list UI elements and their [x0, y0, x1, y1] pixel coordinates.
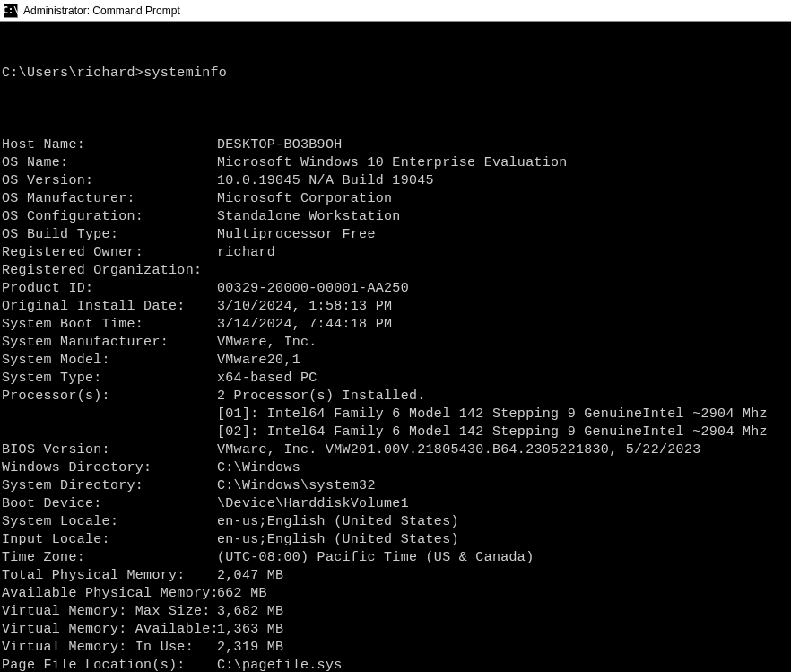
row-value: 662 MB [217, 586, 267, 601]
output-row: Virtual Memory: Available:1,363 MB [2, 621, 789, 639]
row-value: 2,319 MB [217, 640, 283, 655]
row-label: Total Physical Memory: [2, 567, 217, 585]
output-row: OS Configuration:Standalone Workstation [2, 208, 789, 226]
output-row: System Manufacturer:VMware, Inc. [2, 334, 789, 352]
output-row: Input Locale:en-us;English (United State… [2, 531, 789, 549]
output-row: Time Zone:(UTC-08:00) Pacific Time (US &… [2, 549, 789, 567]
output-row: Total Physical Memory:2,047 MB [2, 567, 789, 585]
output-row: OS Build Type:Multiprocessor Free [2, 226, 789, 244]
output-row: Virtual Memory: In Use:2,319 MB [2, 639, 789, 657]
window-titlebar[interactable]: C:\ Administrator: Command Prompt [0, 0, 791, 22]
row-label: Boot Device: [2, 495, 217, 513]
row-value: 2,047 MB [217, 568, 283, 583]
window-title: Administrator: Command Prompt [23, 4, 180, 17]
output-row: Product ID:00329-20000-00001-AA250 [2, 280, 789, 298]
systeminfo-output: Host Name:DESKTOP-BO3B9OHOS Name:Microso… [2, 136, 789, 672]
row-value: \Device\HarddiskVolume1 [217, 496, 409, 511]
cmd-icon: C:\ [4, 4, 18, 18]
row-label: System Locale: [2, 513, 217, 531]
row-label: OS Name: [2, 154, 217, 172]
prompt-text: C:\Users\richard> [2, 65, 143, 81]
output-row: Virtual Memory: Max Size:3,682 MB [2, 603, 789, 621]
output-row: [01]: Intel64 Family 6 Model 142 Steppin… [2, 406, 789, 423]
row-label: Virtual Memory: Available: [2, 621, 217, 639]
row-label: System Model: [2, 352, 217, 370]
row-label: Virtual Memory: In Use: [2, 639, 217, 657]
row-value: richard [217, 245, 275, 260]
output-row: Original Install Date:3/10/2024, 1:58:13… [2, 298, 789, 316]
output-row: [02]: Intel64 Family 6 Model 142 Steppin… [2, 423, 789, 441]
row-label: Page File Location(s): [2, 657, 217, 672]
row-value: 00329-20000-00001-AA250 [217, 281, 409, 296]
output-row: System Type:x64-based PC [2, 370, 789, 388]
row-label: Input Locale: [2, 531, 217, 549]
row-value: 3/10/2024, 1:58:13 PM [217, 299, 392, 314]
output-row: Windows Directory:C:\Windows [2, 459, 789, 477]
row-label: Host Name: [2, 136, 217, 154]
row-label: Virtual Memory: Max Size: [2, 603, 217, 621]
row-value: en-us;English (United States) [217, 532, 459, 547]
terminal-output[interactable]: C:\Users\richard>systeminfo Host Name:DE… [0, 22, 791, 672]
output-row: Boot Device:\Device\HarddiskVolume1 [2, 495, 789, 513]
output-row: Registered Organization: [2, 262, 789, 280]
row-value: 3/14/2024, 7:44:18 PM [217, 317, 392, 332]
row-label: System Manufacturer: [2, 334, 217, 352]
output-row: Registered Owner:richard [2, 244, 789, 262]
row-label: Product ID: [2, 280, 217, 298]
row-label: Registered Organization: [2, 262, 217, 280]
command-line: C:\Users\richard>systeminfo [2, 65, 789, 83]
output-row: BIOS Version:VMware, Inc. VMW201.00V.218… [2, 441, 789, 459]
row-label: System Type: [2, 370, 217, 388]
row-value: 2 Processor(s) Installed. [217, 388, 426, 404]
output-row: System Model:VMware20,1 [2, 352, 789, 370]
row-label: Registered Owner: [2, 244, 217, 262]
output-row: OS Version:10.0.19045 N/A Build 19045 [2, 172, 789, 190]
row-value: 10.0.19045 N/A Build 19045 [217, 173, 434, 188]
row-value: (UTC-08:00) Pacific Time (US & Canada) [217, 550, 534, 565]
output-row: System Boot Time:3/14/2024, 7:44:18 PM [2, 316, 789, 334]
row-value: Standalone Workstation [217, 209, 401, 224]
row-label: Original Install Date: [2, 298, 217, 316]
output-row: Host Name:DESKTOP-BO3B9OH [2, 136, 789, 154]
row-value: en-us;English (United States) [217, 514, 459, 529]
row-label: OS Build Type: [2, 226, 217, 244]
row-value: Microsoft Corporation [217, 191, 392, 206]
row-value: C:\pagefile.sys [217, 658, 343, 672]
row-value: Multiprocessor Free [217, 227, 376, 242]
row-label: Processor(s): [2, 388, 217, 406]
row-label: Time Zone: [2, 549, 217, 567]
row-value: C:\Windows\system32 [217, 478, 376, 493]
output-row: System Locale:en-us;English (United Stat… [2, 513, 789, 531]
command-text: systeminfo [143, 65, 227, 81]
row-value: DESKTOP-BO3B9OH [217, 137, 343, 153]
row-value: 3,682 MB [217, 604, 283, 619]
row-value: 1,363 MB [217, 622, 283, 637]
row-value: [02]: Intel64 Family 6 Model 142 Steppin… [217, 424, 768, 440]
row-value: x64-based PC [217, 371, 317, 386]
output-row: OS Manufacturer:Microsoft Corporation [2, 190, 789, 208]
row-label: OS Version: [2, 172, 217, 190]
output-row: Page File Location(s):C:\pagefile.sys [2, 657, 789, 672]
row-label: OS Manufacturer: [2, 190, 217, 208]
output-row: Processor(s):2 Processor(s) Installed. [2, 388, 789, 406]
row-value: VMware, Inc. VMW201.00V.21805430.B64.230… [217, 442, 700, 458]
row-value: [01]: Intel64 Family 6 Model 142 Steppin… [217, 406, 768, 422]
row-label: Available Physical Memory: [2, 585, 217, 603]
row-label: BIOS Version: [2, 441, 217, 459]
row-label: System Directory: [2, 477, 217, 495]
row-label: Windows Directory: [2, 459, 217, 477]
output-row: OS Name:Microsoft Windows 10 Enterprise … [2, 154, 789, 172]
output-row: Available Physical Memory:662 MB [2, 585, 789, 603]
row-value: C:\Windows [217, 460, 300, 476]
row-value: VMware, Inc. [217, 335, 317, 350]
row-label: OS Configuration: [2, 208, 217, 226]
output-row: System Directory:C:\Windows\system32 [2, 477, 789, 495]
row-value: VMware20,1 [217, 353, 300, 368]
row-label: System Boot Time: [2, 316, 217, 334]
row-value: Microsoft Windows 10 Enterprise Evaluati… [217, 155, 568, 170]
